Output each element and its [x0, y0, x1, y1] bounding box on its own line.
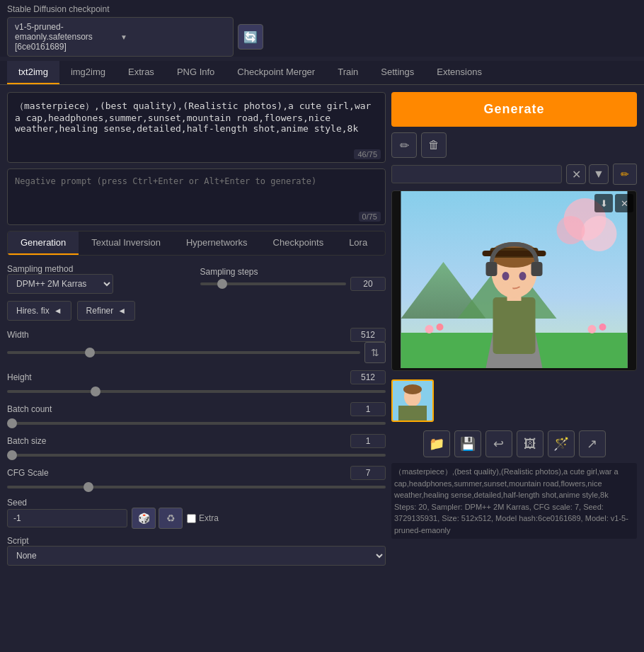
refiner-arrow-icon: ◄	[117, 306, 126, 316]
hires-fix-button[interactable]: Hires. fix ◄	[7, 301, 71, 321]
batch-count-slider[interactable]	[7, 422, 386, 425]
height-value: 512	[350, 370, 386, 384]
svg-point-19	[425, 325, 434, 333]
sampling-method-select[interactable]: DPM++ 2M Karras	[7, 274, 113, 294]
send-to-extras-button[interactable]: ↗	[579, 430, 606, 457]
extra-checkbox[interactable]	[187, 514, 196, 523]
width-value: 512	[350, 328, 386, 342]
pencil-icon: ✏	[400, 139, 409, 152]
generated-image-container: ⬇ ✕	[391, 190, 637, 371]
batch-size-slider[interactable]	[7, 454, 386, 457]
seed-reset-button[interactable]: 🎲	[132, 508, 156, 529]
generated-image	[392, 191, 636, 368]
svg-point-22	[599, 324, 606, 331]
cfg-scale-group: CFG Scale 7	[7, 466, 386, 491]
download-image-button[interactable]: ⬇	[594, 194, 613, 212]
cfg-scale-slider[interactable]	[7, 486, 386, 488]
styles-input[interactable]	[391, 165, 562, 183]
nav-tabs: txt2img img2img Extras PNG Info Checkpoi…	[0, 61, 644, 85]
script-select[interactable]: None	[7, 546, 386, 566]
refresh-button[interactable]: 🔄	[238, 24, 263, 50]
interrogate-button[interactable]: 🪄	[548, 430, 575, 457]
swap-dimensions-button[interactable]: ⇅	[364, 342, 386, 363]
view-image-button[interactable]: 🖼	[517, 430, 544, 457]
width-group: Width 512 ⇅	[7, 328, 386, 363]
save-button[interactable]: 💾	[454, 430, 481, 457]
output-info: （masterpiece）,(best quality),(Realistic …	[391, 463, 637, 539]
right-panel: Generate ✏ 🗑 ✕ ▼ ✏	[386, 92, 637, 568]
height-slider[interactable]	[7, 390, 386, 393]
sampling-steps-value: 20	[350, 277, 386, 291]
tab-txt2img[interactable]: txt2img	[7, 61, 59, 84]
height-group: Height 512	[7, 370, 386, 395]
app-container: Stable Diffusion checkpoint v1-5-pruned-…	[0, 0, 644, 652]
generate-button[interactable]: Generate	[391, 92, 637, 127]
sampling-method-label: Sampling method	[7, 264, 193, 274]
subtab-hypernetworks[interactable]: Hypernetworks	[173, 231, 260, 255]
hires-arrow-icon: ◄	[54, 306, 62, 316]
tab-extensions[interactable]: Extensions	[425, 61, 493, 84]
tab-train[interactable]: Train	[326, 61, 369, 84]
edit-prompt-button[interactable]: ✏	[391, 132, 417, 158]
seed-recycle-button[interactable]: ♻	[159, 508, 183, 529]
batch-size-value: 1	[350, 434, 386, 448]
subtab-generation[interactable]: Generation	[8, 231, 79, 255]
tab-settings[interactable]: Settings	[369, 61, 425, 84]
svg-point-20	[437, 324, 444, 331]
svg-point-18	[499, 283, 513, 294]
styles-clear-button[interactable]: ✕	[566, 164, 586, 184]
svg-point-2	[582, 216, 617, 251]
styles-dropdown-button[interactable]: ▼	[589, 164, 609, 184]
width-slider[interactable]	[7, 351, 360, 354]
cfg-scale-label: CFG Scale	[7, 468, 85, 478]
batch-count-label: Batch count	[7, 404, 85, 414]
thumbnail-row	[391, 377, 637, 425]
chevron-down-icon: ▼	[120, 33, 226, 41]
batch-size-label: Batch size	[7, 436, 85, 446]
top-bar: Stable Diffusion checkpoint v1-5-pruned-…	[0, 0, 644, 57]
tab-png-info[interactable]: PNG Info	[166, 61, 226, 84]
tab-checkpoint-merger[interactable]: Checkpoint Merger	[226, 61, 326, 84]
refiner-label: Refiner	[86, 306, 114, 316]
positive-prompt-input[interactable]: （masterpiece）,(best quality),(Realistic …	[8, 93, 385, 160]
subtab-textual-inversion[interactable]: Textual Inversion	[79, 231, 173, 255]
subtab-checkpoints[interactable]: Checkpoints	[260, 231, 337, 255]
generation-options: Sampling method DPM++ 2M Karras Sampling…	[7, 261, 386, 568]
checkpoint-select[interactable]: v1-5-pruned-emaonly.safetensors [6ce0161…	[7, 17, 234, 57]
extra-checkbox-group: Extra	[187, 513, 219, 523]
negative-token-count: 0/75	[359, 212, 381, 222]
close-image-button[interactable]: ✕	[615, 194, 633, 212]
svg-point-3	[557, 216, 585, 244]
sampling-steps-slider[interactable]	[200, 282, 347, 285]
refiner-button[interactable]: Refiner ◄	[77, 301, 136, 321]
seed-input[interactable]	[7, 509, 127, 527]
cfg-scale-value: 7	[350, 466, 386, 480]
svg-rect-15	[531, 262, 543, 276]
main-content: （masterpiece）,(best quality),(Realistic …	[0, 85, 644, 576]
svg-point-25	[403, 384, 422, 394]
styles-apply-button[interactable]: ✏	[613, 164, 637, 185]
negative-prompt-area: 0/75	[7, 168, 386, 225]
positive-token-count: 46/75	[354, 149, 381, 159]
tab-img2img[interactable]: img2img	[59, 61, 117, 84]
image-thumbnail[interactable]	[391, 379, 434, 422]
subtab-lora[interactable]: Lora	[336, 231, 380, 255]
trash-button[interactable]: 🗑	[421, 132, 447, 158]
extra-label: Extra	[199, 513, 219, 523]
sampling-method-group: Sampling method DPM++ 2M Karras	[7, 264, 193, 294]
sampling-steps-group: Sampling steps 20	[200, 267, 386, 291]
batch-size-group: Batch size 1	[7, 434, 386, 459]
svg-point-17	[519, 272, 527, 280]
trash-icon: 🗑	[428, 139, 439, 151]
tab-extras[interactable]: Extras	[117, 61, 166, 84]
svg-rect-27	[398, 406, 413, 421]
positive-prompt-area: （masterpiece）,(best quality),(Realistic …	[7, 92, 386, 163]
negative-prompt-input[interactable]	[8, 169, 385, 222]
action-buttons-row: 📁 💾 ↩ 🖼 🪄 ↗	[391, 430, 637, 457]
send-to-folder-button[interactable]: 📁	[423, 430, 450, 457]
checkpoint-label: Stable Diffusion checkpoint	[7, 4, 637, 14]
svg-rect-8	[493, 297, 536, 354]
sampling-row: Sampling method DPM++ 2M Karras Sampling…	[7, 264, 386, 294]
send-to-img2img-button[interactable]: ↩	[485, 430, 512, 457]
sampling-steps-label: Sampling steps	[200, 267, 386, 277]
